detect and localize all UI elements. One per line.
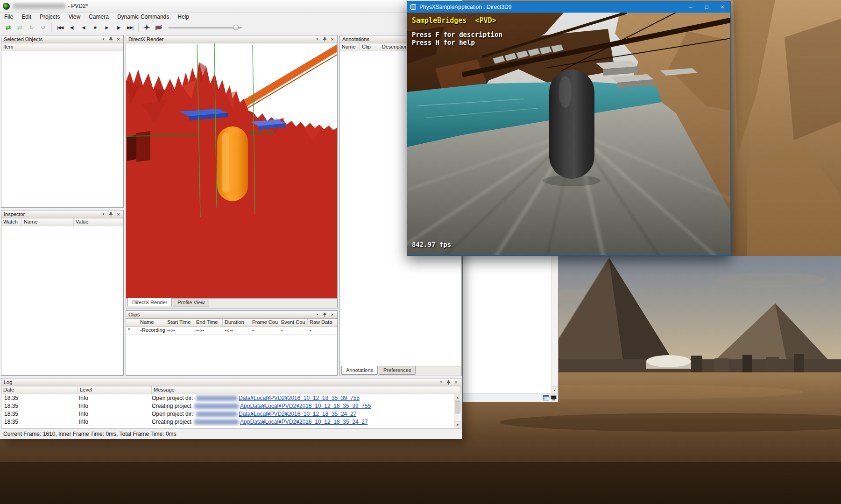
scroll-down-arrow-icon[interactable]: ▼ bbox=[454, 421, 461, 428]
play-backward-button[interactable]: ◀ bbox=[78, 22, 89, 33]
console-icon[interactable] bbox=[543, 395, 549, 400]
pvd-window: - PVD2* File Edit Projects View Camera D… bbox=[0, 0, 462, 439]
close-icon[interactable]: × bbox=[115, 36, 122, 42]
menu-dynamic-commands[interactable]: Dynamic Commands bbox=[113, 13, 173, 21]
menu-edit[interactable]: Edit bbox=[17, 13, 35, 21]
camera-disabled-icon[interactable] bbox=[153, 22, 164, 33]
redacted-path-segment bbox=[196, 412, 237, 417]
pin-icon[interactable] bbox=[107, 211, 114, 217]
refresh-icon[interactable]: ↺ bbox=[38, 22, 49, 33]
menu-file[interactable]: File bbox=[0, 13, 17, 21]
column-duration[interactable]: Duration bbox=[223, 319, 250, 326]
column-item[interactable]: Item bbox=[1, 43, 123, 51]
minimize-button[interactable]: – bbox=[683, 1, 699, 13]
panel-selected-objects: Selected Objects ▼ × Item bbox=[1, 35, 124, 208]
log-row[interactable]: 18:35 Info Creating project AppData¥Loca… bbox=[1, 402, 454, 410]
column-name[interactable]: Name bbox=[340, 43, 360, 51]
selected-objects-list[interactable] bbox=[1, 51, 123, 207]
tab-profile-view[interactable]: Profile View bbox=[173, 299, 209, 307]
timeline-slider[interactable] bbox=[168, 23, 242, 32]
column-date[interactable]: Date bbox=[1, 386, 78, 394]
maximize-button[interactable]: □ bbox=[699, 1, 714, 13]
connect-icon[interactable]: ⇄ bbox=[3, 22, 14, 33]
project-dir-link[interactable]: AppData¥Local¥PVD2¥2016_10_12_18_35_24_2… bbox=[240, 418, 368, 426]
panel-header[interactable]: Log ▼ × bbox=[1, 378, 461, 386]
slider-handle[interactable] bbox=[233, 25, 239, 30]
panel-inspector: Inspector ▼ × Watch Name Value bbox=[1, 210, 124, 376]
stop-button[interactable]: ■ bbox=[90, 22, 100, 33]
scroll-thumb[interactable] bbox=[455, 401, 460, 413]
inspector-list[interactable] bbox=[1, 226, 123, 375]
step-back-button[interactable]: ◀| bbox=[66, 22, 77, 33]
column-message[interactable]: Message bbox=[152, 386, 461, 394]
physx-window: PhysXSampleApplication : Direct3D9 – □ × bbox=[407, 1, 731, 256]
close-icon[interactable]: × bbox=[452, 379, 459, 385]
panel-header[interactable]: Clips ▼ × bbox=[126, 311, 337, 319]
panel-menu-icon[interactable]: ▼ bbox=[438, 379, 445, 385]
panel-header[interactable]: DirectX Render ▼ × bbox=[126, 35, 337, 43]
last-frame-button[interactable]: ▶▶| bbox=[125, 22, 135, 33]
column-raw-data[interactable]: Raw Data bbox=[308, 319, 337, 326]
log-list: 18:35 Info Open project dir: Data¥Local¥… bbox=[1, 394, 454, 428]
disconnect-icon[interactable]: ⇄ bbox=[14, 22, 25, 33]
capture-icon[interactable]: ↻ bbox=[26, 22, 37, 33]
column-end-time[interactable]: End Time bbox=[194, 319, 223, 326]
column-watch[interactable]: Watch bbox=[1, 218, 22, 226]
project-dir-link[interactable]: Data¥Local¥PVD2¥2016_10_12_18_35_24_27 bbox=[239, 410, 356, 418]
display-icon[interactable] bbox=[551, 395, 557, 400]
column-name[interactable]: Name bbox=[138, 319, 165, 326]
menu-view[interactable]: View bbox=[64, 13, 85, 21]
log-row[interactable]: 18:35 Info Creating project AppData¥Loca… bbox=[1, 418, 454, 426]
menu-projects[interactable]: Projects bbox=[35, 13, 64, 21]
log-scrollbar[interactable]: ▲ ▼ bbox=[454, 394, 461, 428]
pin-icon[interactable] bbox=[321, 36, 328, 42]
step-forward-button[interactable]: |▶ bbox=[113, 22, 124, 33]
tab-preferences[interactable]: Preferences bbox=[379, 366, 416, 375]
column-clip[interactable]: Clip bbox=[360, 43, 380, 51]
column-start-time[interactable]: Start Time bbox=[165, 319, 194, 326]
pvd-titlebar[interactable]: - PVD2* bbox=[0, 0, 462, 13]
log-date: 18:35 bbox=[1, 402, 78, 410]
scroll-up-arrow-icon[interactable]: ▲ bbox=[454, 394, 461, 401]
panel-menu-icon[interactable]: ▼ bbox=[100, 36, 107, 42]
clip-frame-count: - bbox=[250, 327, 279, 334]
panel-menu-icon[interactable]: ▼ bbox=[100, 211, 107, 217]
clips-list[interactable] bbox=[126, 335, 337, 375]
column-name[interactable]: Name bbox=[22, 218, 74, 226]
close-icon[interactable]: × bbox=[115, 211, 122, 217]
log-level: Info bbox=[78, 418, 152, 426]
scroll-down-arrow-icon[interactable]: ▼ bbox=[551, 386, 558, 393]
first-frame-button[interactable]: |◀◀ bbox=[55, 22, 65, 33]
menu-help[interactable]: Help bbox=[173, 13, 193, 21]
project-dir-link[interactable]: AppData¥Local¥PVD2¥2016_10_12_18_35_39_7… bbox=[240, 402, 371, 410]
panel-header[interactable]: Inspector ▼ × bbox=[1, 210, 123, 218]
background-window-scrollbar[interactable]: ▼ bbox=[551, 256, 558, 393]
physx-titlebar[interactable]: PhysXSampleApplication : Direct3D9 – □ × bbox=[407, 1, 730, 13]
log-row[interactable]: 18:35 Info Open project dir: Data¥Local¥… bbox=[1, 410, 454, 418]
column-level[interactable]: Level bbox=[78, 386, 152, 394]
physx-viewport[interactable]: SampleBridges <PVD> Press F for descript… bbox=[407, 13, 730, 255]
menu-camera[interactable]: Camera bbox=[85, 13, 113, 21]
column-frame-count[interactable]: Frame Cou bbox=[250, 319, 279, 326]
pin-icon[interactable] bbox=[107, 36, 114, 42]
close-button[interactable]: × bbox=[714, 1, 730, 13]
clip-row[interactable]: * -Recording- --:-- --:-- --:-- - - - bbox=[126, 327, 337, 335]
panel-header[interactable]: Selected Objects ▼ × bbox=[1, 35, 123, 43]
pin-icon[interactable] bbox=[445, 379, 452, 385]
close-icon[interactable]: × bbox=[329, 36, 336, 42]
close-icon[interactable]: × bbox=[329, 311, 336, 318]
render-viewport[interactable] bbox=[126, 43, 337, 299]
tab-annotations[interactable]: Annotations bbox=[341, 366, 378, 375]
panel-menu-icon[interactable]: ▼ bbox=[314, 36, 321, 42]
column-event-count[interactable]: Event Cou bbox=[279, 319, 308, 326]
panel-menu-icon[interactable]: ▼ bbox=[314, 311, 321, 318]
tab-directx-render[interactable]: DirectX Render bbox=[127, 298, 172, 307]
column-value[interactable]: Value bbox=[74, 218, 123, 226]
sample-title-text: SampleBridges <PVD> bbox=[412, 16, 496, 25]
log-row[interactable]: 18:35 Info Open project dir: Data¥Local¥… bbox=[1, 394, 454, 402]
render-options-icon[interactable] bbox=[141, 22, 152, 33]
project-dir-link[interactable]: Data¥Local¥PVD2¥2016_10_12_18_35_39_755 bbox=[239, 394, 360, 402]
play-button[interactable]: ▶ bbox=[101, 22, 112, 33]
pin-icon[interactable] bbox=[321, 311, 328, 318]
column-marker[interactable] bbox=[126, 319, 138, 326]
